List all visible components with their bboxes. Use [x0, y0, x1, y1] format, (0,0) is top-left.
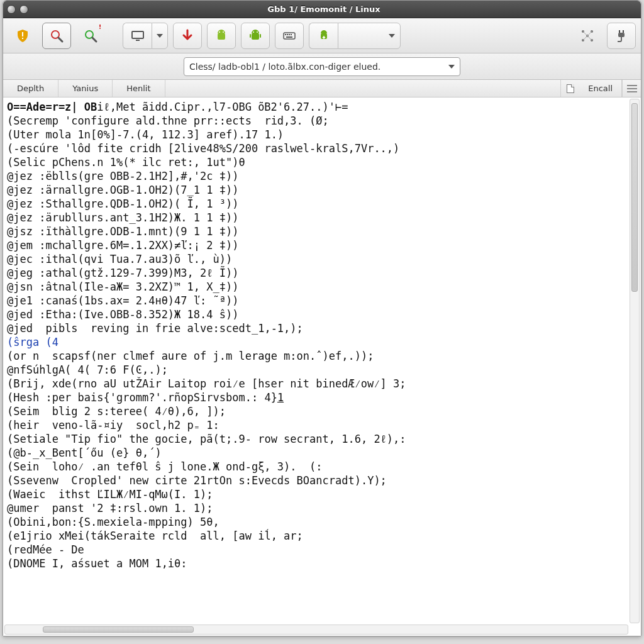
document-icon	[567, 84, 574, 93]
svg-rect-17	[285, 34, 286, 35]
code-line: O==Ade=r=z| OBiℓ,Met ãidd.Cipr.,l7-OBG õ…	[7, 100, 626, 114]
code-line: (-escúre 'lôd fite cridh [2live48%S/200 …	[7, 142, 626, 155]
tab-document-button[interactable]	[560, 80, 579, 97]
code-line: @jec :ithal(qvi Tua.7.au3)õ ľ., ù))	[7, 252, 626, 266]
tab-deplth[interactable]: Deplth	[3, 80, 58, 97]
code-line: (Waeic ithst ĽILЖ⁄MI-qMω(I. 1);	[7, 487, 626, 501]
main-toolbar: !	[3, 18, 641, 53]
tab-bar: Deplth Yanius Henlit Encall	[3, 80, 641, 97]
horizontal-scrollbar[interactable]	[4, 625, 628, 635]
code-line: (Uter mola 1n[0%]-7.(4, 112.3] aref).17 …	[7, 128, 626, 142]
path-combobox[interactable]: Cless/ ladb-obl1 / loto.ãlbx.con-diger e…	[184, 57, 460, 76]
svg-point-12	[253, 31, 254, 33]
svg-rect-18	[287, 34, 288, 35]
svg-rect-7	[136, 40, 140, 41]
code-line: @jed :Etha:(Ive.OBB-8.352)Ж 18.4 ŝ))	[7, 308, 626, 321]
vertical-scrollbar-thumb[interactable]	[631, 103, 638, 292]
download-arrow-icon	[180, 28, 195, 43]
monitor-icon	[130, 28, 145, 43]
editor-area: O==Ade=r=z| OBiℓ,Met ãidd.Cipr.,l7-OBG õ…	[3, 97, 641, 636]
svg-point-10	[223, 31, 224, 33]
vertical-scrollbar[interactable]	[630, 99, 640, 623]
code-line: (redMée - De	[7, 543, 626, 557]
svg-rect-1	[22, 38, 23, 39]
code-line: (Hesh :per bais{'gromm?'.rñopSirvsbom.: …	[7, 391, 626, 404]
code-line: (Seim blig 2 s:teree( 4⁄θ),6, ]);	[7, 404, 626, 418]
android-button[interactable]	[241, 23, 270, 49]
code-line: @jez :Sthallgre.QDB-1.OH2)( Ĩ, 1 ³))	[7, 197, 626, 211]
tab-menu-button[interactable]	[622, 80, 641, 97]
code-line: @jez :ëblls(gre OBB-2.1H2],#,'2c ‡))	[7, 169, 626, 183]
warn-shield-icon[interactable]	[8, 23, 37, 49]
code-line: (Setiale "Tip fio" the gocie, pã(t;.9- r…	[7, 432, 626, 446]
search-alert-button[interactable]: !	[76, 23, 105, 49]
svg-rect-0	[22, 32, 23, 36]
download-button[interactable]	[173, 23, 202, 49]
code-line: @je1 :canaś(1bs.ax= 2.4нθ)47 ľ: ˜ª))	[7, 294, 626, 308]
code-line: (Selic pChens.n 1%(* ilc ret:, 1ut")θ	[7, 155, 626, 169]
monitor-split-button[interactable]	[123, 23, 168, 49]
horizontal-scrollbar-thumb[interactable]	[43, 626, 194, 633]
window-minimize-button[interactable]	[19, 5, 28, 14]
svg-line-5	[92, 38, 96, 42]
svg-rect-28	[618, 33, 625, 37]
tab-henlit[interactable]: Henlit	[113, 80, 165, 97]
code-line: (e1jrio xMei(tákSeraite rcld all, [aw iĺ…	[7, 529, 626, 543]
network-icon	[580, 28, 595, 43]
svg-line-3	[58, 38, 62, 42]
monitor-dropdown[interactable]	[152, 23, 168, 49]
svg-rect-14	[250, 34, 251, 38]
code-line: (ŝrga (4	[7, 335, 626, 349]
code-line: @jez :ärubllurs.ant_3.1H2)Ж. 1 1 ‡))	[7, 211, 626, 225]
chevron-down-icon	[389, 34, 395, 38]
code-line: (@b-_x_Bent[´őu (e} θ,´)	[7, 446, 626, 460]
android-download-icon	[316, 28, 331, 43]
plugin-button[interactable]	[607, 23, 636, 49]
network-button[interactable]	[573, 23, 602, 49]
svg-rect-19	[289, 34, 290, 35]
menu-icon	[627, 88, 637, 89]
path-combo-row: Cless/ ladb-obl1 / loto.ãlbx.con-diger e…	[3, 53, 641, 80]
keyboard-button[interactable]	[275, 23, 304, 49]
android-icon	[248, 28, 263, 43]
svg-rect-11	[252, 33, 259, 40]
code-line: @jsn :âtnal(Ile-aЖ= 3.2XZ)™ 1, X_‡))	[7, 280, 626, 294]
code-line: @jem :mchallgre.6M=.1.2XX)≠ľ:¡ 2 ‡))	[7, 238, 626, 252]
keyboard-icon	[282, 28, 297, 43]
chevron-down-icon	[448, 65, 455, 69]
chevron-down-icon	[157, 34, 163, 38]
code-line: (Ssevenw Cropled' new cirte 21rtOn s:Eve…	[7, 474, 626, 487]
svg-rect-6	[132, 31, 143, 38]
android-install-dropdown[interactable]	[338, 23, 401, 49]
svg-point-13	[257, 31, 258, 33]
plug-icon	[614, 28, 629, 43]
android-alt-icon	[214, 28, 229, 43]
titlebar: Gbb 1/ Emomonit / Linux	[3, 1, 641, 18]
source-code[interactable]: O==Ade=r=z| OBiℓ,Met ãidd.Cipr.,l7-OBG õ…	[7, 100, 626, 570]
code-line: @jez :ärnallgre.OGB-1.OH2)(7_1 1 ‡))	[7, 183, 626, 197]
path-combobox-text: Cless/ ladb-obl1 / loto.ãlbx.con-diger e…	[189, 62, 448, 72]
svg-rect-20	[291, 34, 292, 35]
code-line: @umer panst '2 ‡:rsl.own 1. 1);	[7, 501, 626, 515]
code-line: (Secremp 'configure ald.thne prr::ects r…	[7, 114, 626, 128]
svg-rect-8	[218, 33, 225, 40]
svg-rect-15	[260, 34, 261, 38]
svg-point-9	[219, 31, 220, 33]
app-window: Gbb 1/ Emomonit / Linux !	[3, 0, 641, 636]
svg-rect-16	[284, 33, 295, 39]
window-title: Gbb 1/ Emomonit / Linux	[32, 4, 616, 14]
code-line: @jeg :athal(gtž.129-7.399)M3, 2ℓ Ĩ))	[7, 266, 626, 280]
tab-encall[interactable]: Encall	[579, 80, 622, 97]
code-line: (or n scapsf(ner clmef aure of j.m lerag…	[7, 349, 626, 363]
code-line: @jed pibls reving in frie alve:scedt_1,-…	[7, 321, 626, 335]
android-alt-button[interactable]	[207, 23, 236, 49]
svg-rect-21	[286, 36, 292, 38]
window-close-button[interactable]	[7, 5, 16, 14]
code-line: (DNOME I, aśsuet a MOM 1,iθ:	[7, 557, 626, 570]
code-line: @jsz :ïthàllgre.ODB-1.mnt)(9 1 1 ‡))	[7, 225, 626, 238]
search-button[interactable]	[42, 23, 71, 49]
android-install-split-button[interactable]	[309, 23, 401, 49]
code-line: @nfSúhlgA( 4( 7:6 F(Ͼ,.);	[7, 363, 626, 377]
tab-yanius[interactable]: Yanius	[58, 80, 113, 97]
code-line: (Brij, xde(rno aU utŽAir Laitop roi⁄e [h…	[7, 377, 626, 391]
